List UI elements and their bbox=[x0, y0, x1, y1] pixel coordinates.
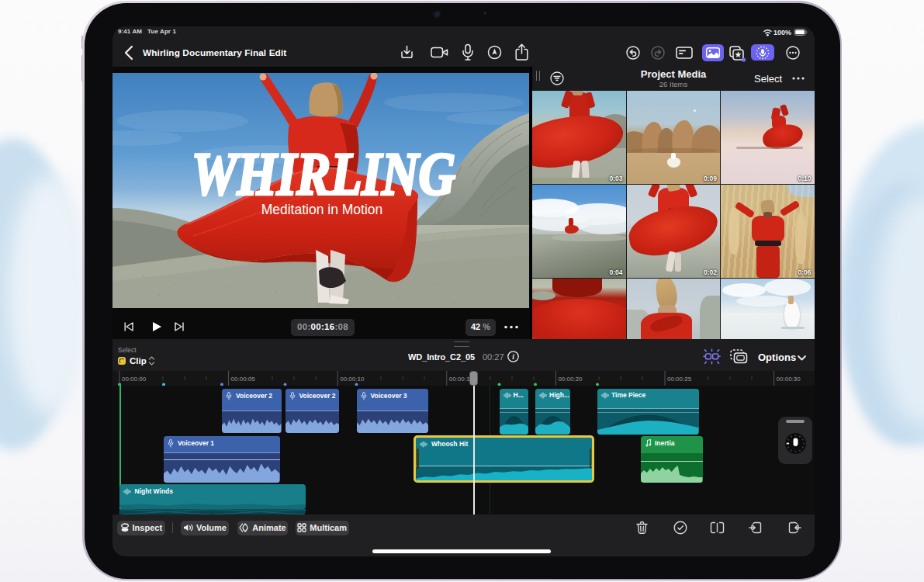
svg-text:i: i bbox=[512, 353, 514, 361]
svg-text:00:00:10: 00:00:10 bbox=[340, 376, 365, 383]
svg-text:Meditation in Motion: Meditation in Motion bbox=[261, 202, 383, 217]
svg-text:00:00:30: 00:00:30 bbox=[777, 376, 801, 383]
svg-text:00:00:05: 00:00:05 bbox=[231, 376, 256, 383]
svg-text:00:00:20: 00:00:20 bbox=[558, 376, 583, 383]
svg-text:00:00:00: 00:00:00 bbox=[122, 376, 147, 383]
svg-text:00:00:25: 00:00:25 bbox=[667, 376, 692, 383]
svg-text:100%: 100% bbox=[773, 29, 791, 36]
svg-text:WHIRLING: WHIRLING bbox=[192, 140, 455, 207]
